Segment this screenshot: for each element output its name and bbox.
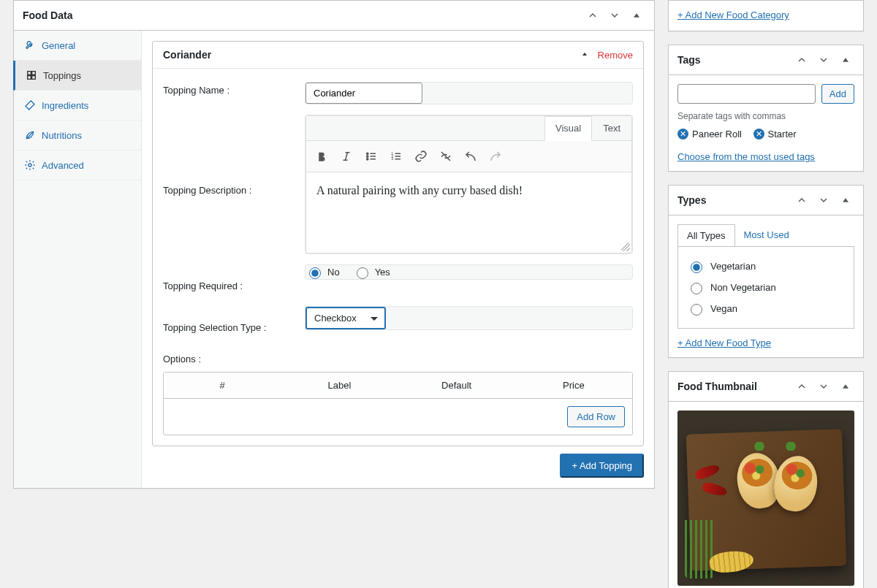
move-down-icon[interactable] <box>606 7 623 24</box>
add-tag-button[interactable]: Add <box>821 84 854 104</box>
type-option[interactable]: Non Vegetarian <box>687 277 845 298</box>
tab-toppings[interactable]: Toppings <box>13 61 141 91</box>
svg-marker-23 <box>843 58 848 61</box>
required-no-radio[interactable] <box>309 267 321 279</box>
collapse-icon[interactable] <box>837 191 854 209</box>
tab-advanced[interactable]: Advanced <box>14 150 141 180</box>
svg-marker-6 <box>582 53 587 56</box>
type-option[interactable]: Vegetarian <box>687 256 845 277</box>
required-yes-radio[interactable] <box>357 267 368 279</box>
topping-name-label: Topping Name : <box>153 69 295 110</box>
editor-content[interactable]: A natural pairing with any curry based d… <box>306 172 631 253</box>
move-up-icon[interactable] <box>793 378 810 395</box>
remove-tag-icon[interactable]: ✕ <box>753 129 764 140</box>
svg-text:3: 3 <box>391 156 393 161</box>
topping-card: Coriander Remove Topping Name : <box>152 41 644 446</box>
tags-hint: Separate tags with commas <box>677 104 854 121</box>
type-option[interactable]: Vegan <box>687 298 845 319</box>
panel-header: Food Data <box>14 1 654 31</box>
rich-text-editor: Visual Text 123 <box>305 115 632 253</box>
choose-tags-link[interactable]: Choose from the most used tags <box>677 151 815 162</box>
required-no-option[interactable]: No <box>305 265 340 279</box>
move-down-icon[interactable] <box>815 378 832 395</box>
editor-tab-text[interactable]: Text <box>592 116 631 140</box>
collapse-icon[interactable] <box>837 378 854 395</box>
col-price: Price <box>515 373 632 398</box>
gear-icon <box>24 159 36 171</box>
svg-point-12 <box>367 156 368 157</box>
svg-marker-24 <box>843 198 848 202</box>
type-radio[interactable] <box>691 261 702 273</box>
bold-icon[interactable] <box>311 145 333 167</box>
unlink-icon[interactable] <box>435 145 457 167</box>
add-topping-button[interactable]: + Add Topping <box>560 454 644 478</box>
svg-rect-2 <box>32 72 36 75</box>
move-up-icon[interactable] <box>793 51 810 69</box>
undo-icon[interactable] <box>460 145 482 167</box>
tag-item: ✕Paneer Roll <box>677 129 742 140</box>
grid-icon <box>26 69 37 81</box>
add-category-link[interactable]: + Add New Food Category <box>677 9 789 20</box>
types-tab-most[interactable]: Most Used <box>735 224 798 246</box>
svg-line-9 <box>346 153 348 161</box>
tags-title: Tags <box>677 54 701 66</box>
editor-tab-visual[interactable]: Visual <box>544 116 592 141</box>
topping-name-input[interactable] <box>305 83 422 104</box>
move-down-icon[interactable] <box>815 51 832 69</box>
options-head: # Label Default Price <box>164 373 632 399</box>
selection-type-label: Topping Selection Type : <box>153 306 295 348</box>
thumbnail-image[interactable] <box>677 411 854 586</box>
remove-tag-icon[interactable]: ✕ <box>677 129 688 140</box>
topping-required-label: Topping Required : <box>153 264 295 306</box>
panel-title: Food Data <box>23 9 72 21</box>
svg-point-10 <box>367 153 368 154</box>
redo-icon[interactable] <box>485 145 506 167</box>
topping-desc-label: Topping Description : <box>153 169 295 210</box>
types-panel: Types All Types Most Used Vegetarian Non… <box>668 185 864 358</box>
add-type-link[interactable]: + Add New Food Type <box>677 337 771 348</box>
svg-marker-0 <box>634 13 639 17</box>
collapse-icon[interactable] <box>628 7 645 24</box>
move-up-icon[interactable] <box>793 191 810 209</box>
link-icon[interactable] <box>410 145 432 167</box>
tag-item: ✕Starter <box>753 129 797 140</box>
resize-handle-icon[interactable] <box>621 243 630 251</box>
options-label: Options : <box>153 348 643 372</box>
svg-rect-3 <box>28 76 31 80</box>
topping-title: Coriander <box>163 49 211 61</box>
carrot-icon <box>24 99 36 111</box>
tab-ingredients[interactable]: Ingredients <box>14 91 141 121</box>
move-down-icon[interactable] <box>815 191 832 209</box>
bullet-list-icon[interactable] <box>360 145 382 167</box>
categories-panel: + Add New Food Category <box>668 0 864 31</box>
add-row-button[interactable]: Add Row <box>567 406 625 427</box>
leaf-icon <box>24 129 36 141</box>
type-radio[interactable] <box>691 283 702 294</box>
required-yes-option[interactable]: Yes <box>353 265 390 279</box>
col-default: Default <box>398 373 515 398</box>
tab-nutritions[interactable]: Nutritions <box>14 121 141 150</box>
tab-general[interactable]: General <box>14 31 141 61</box>
tags-input[interactable] <box>677 84 816 104</box>
numbered-list-icon[interactable]: 123 <box>385 145 407 167</box>
move-up-icon[interactable] <box>584 7 601 24</box>
svg-point-5 <box>29 164 31 167</box>
types-tab-all[interactable]: All Types <box>677 224 735 246</box>
options-table: # Label Default Price Add Row <box>163 372 633 435</box>
svg-point-14 <box>367 159 368 160</box>
svg-marker-25 <box>843 384 848 388</box>
card-collapse-icon[interactable] <box>580 50 589 61</box>
italic-icon[interactable] <box>335 145 357 167</box>
vertical-tabs: General Toppings Ingredients Nutritions <box>14 31 142 488</box>
tags-panel: Tags Add Separate tags with commas ✕Pane… <box>668 45 864 172</box>
types-title: Types <box>677 194 706 206</box>
thumbnail-title: Food Thumbnail <box>677 381 757 392</box>
remove-link[interactable]: Remove <box>598 50 633 61</box>
type-radio[interactable] <box>691 304 702 316</box>
svg-rect-4 <box>32 76 36 80</box>
collapse-icon[interactable] <box>837 51 854 69</box>
selection-type-dropdown[interactable]: Checkbox <box>305 307 386 329</box>
food-data-panel: Food Data General Toppings <box>13 0 655 489</box>
col-label: Label <box>281 373 398 398</box>
types-list: Vegetarian Non Vegetarian Vegan <box>677 246 854 329</box>
